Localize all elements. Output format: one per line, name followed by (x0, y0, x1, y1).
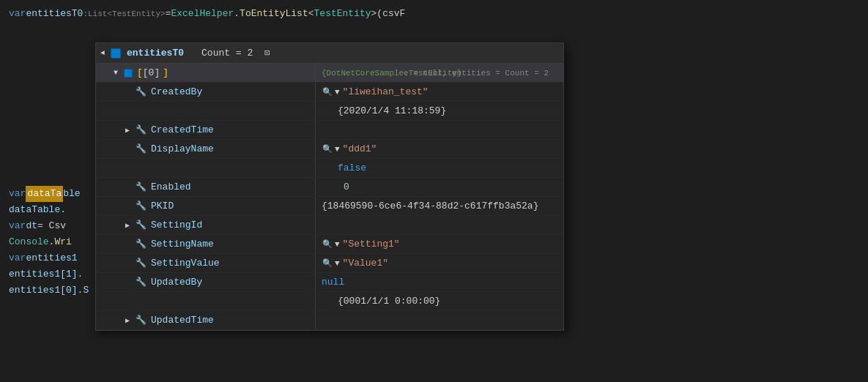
prop-group-updatedby: ▶ 🔧 UpdatedBy null {0001/1/1 0:00:00} (96, 273, 563, 311)
tree-left-createdby-sub (96, 102, 316, 120)
wrench-settingvalue: 🔧 (136, 258, 146, 269)
code-line-1: var entitiesT0 :List<TestEntity> = Excel… (9, 6, 859, 22)
tree-row-createdby-sub: {2020/1/4 11:18:59} (96, 102, 563, 121)
tree-row-createdby: ▶ 🔧 CreatedBy 🔍 ▼ "liweihan_test" (96, 83, 563, 102)
prop-name-updatedtime: UpdatedTime (151, 315, 214, 326)
tree-row-updatedtime: ▶ 🔧 UpdatedTime (96, 311, 563, 330)
dropdown-createdby[interactable]: ▼ (335, 88, 340, 97)
tree-left-updatedby: ▶ 🔧 UpdatedBy (96, 273, 316, 291)
method-toentitylist: ToEntityList (240, 6, 308, 22)
tree-right-displayname-sub: false (316, 159, 563, 177)
tree-right-updatedby: null (316, 273, 563, 291)
tree-right-updatedtime (316, 311, 563, 329)
wrench-createdtime: 🔧 (136, 124, 146, 135)
wrench-displayname: 🔧 (136, 143, 146, 154)
prop-name-enabled: Enabled (151, 181, 191, 192)
debug-popup: ◄ entitiesT0 Count = 2 ⊡ ▼ [ [0] ] {DotN… (95, 42, 564, 331)
generic-open: < (308, 6, 314, 22)
highlighted-datatable: dataTa (26, 186, 63, 202)
prop-name-settingname: SettingName (151, 239, 214, 250)
dot1: . (234, 6, 240, 22)
popup-var-name: entitiesT0 (127, 48, 184, 59)
expand-arrow-updatedtime[interactable]: ▶ (125, 316, 133, 325)
row-index-0: [0] (143, 67, 160, 78)
var-entitiest0: entitiesT0 (26, 6, 83, 22)
search-icon-createdby[interactable]: 🔍 (322, 86, 333, 98)
tree-left-createdby: ▶ 🔧 CreatedBy (96, 83, 316, 101)
dropdown-settingvalue[interactable]: ▼ (335, 259, 340, 268)
tree-row-index0: ▼ [ [0] ] {DotNetCoreSample.TestEntity} … (96, 64, 563, 83)
right-text: e = null, entities = Count = 2 (404, 69, 549, 78)
index-bracket-close: ] (163, 67, 168, 78)
keyword-var: var (9, 6, 26, 22)
tree-left-displayname: ▶ 🔧 DisplayName (96, 140, 316, 158)
tree-right-createdtime (316, 121, 563, 139)
prop-name-createdtime: CreatedTime (151, 124, 214, 135)
popup-header: ◄ entitiesT0 Count = 2 ⊡ (96, 43, 563, 64)
wrench-settingid: 🔧 (136, 220, 146, 231)
tree-right-index0: {DotNetCoreSample.TestEntity} e = null, … (316, 64, 563, 82)
tree-left-settingid: ▶ 🔧 SettingId (96, 216, 316, 234)
tree-right-pkid: {18469590-6ce6-4f34-88d2-c617ffb3a52a} (316, 197, 563, 215)
tree-right-settingvalue: 🔍 ▼ "Value1" (316, 254, 563, 272)
tree-right-createdby-sub: {2020/1/4 11:18:59} (316, 102, 563, 120)
cube-icon-index0 (124, 69, 133, 78)
class-excelhelper: ExcelHelper (171, 6, 234, 22)
tree-right-createdby: 🔍 ▼ "liweihan_test" (316, 83, 563, 101)
tree-row-updatedby-sub: {0001/1/1 0:00:00} (96, 292, 563, 311)
prop-name-settingid: SettingId (151, 220, 202, 231)
val-updatedby-null: null (322, 277, 344, 288)
tree-row-updatedby: ▶ 🔧 UpdatedBy null (96, 273, 563, 292)
tree-left-settingname: ▶ 🔧 SettingName (96, 235, 316, 253)
wrench-updatedtime: 🔧 (136, 315, 146, 326)
expand-arrow-index0[interactable]: ▼ (114, 69, 121, 77)
tree-right-settingid (316, 216, 563, 234)
tree-row-createdtime: ▶ 🔧 CreatedTime (96, 121, 563, 140)
prop-name-pkid: PKID (151, 201, 174, 211)
val-createdby: "liweihan_test" (343, 86, 429, 97)
tree-row-pkid: ▶ 🔧 PKID {18469590-6ce6-4f34-88d2-c617ff… (96, 197, 563, 216)
val-pkid-zero: 0 (322, 181, 349, 192)
call-open: >(csvF (371, 6, 406, 22)
prop-name-displayname: DisplayName (151, 143, 214, 154)
tree-right-updatedby-sub: {0001/1/1 0:00:00} (316, 292, 563, 310)
val-settingvalue: "Value1" (343, 258, 388, 269)
dropdown-settingname[interactable]: ▼ (335, 240, 340, 249)
tree-row-displayname-sub: false (96, 159, 563, 178)
search-icon-settingname[interactable]: 🔍 (322, 239, 333, 250)
tree-row-settingvalue: ▶ 🔧 SettingValue 🔍 ▼ "Value1" (96, 254, 563, 273)
expand-arrow-settingid[interactable]: ▶ (125, 221, 133, 230)
prop-group-createdby: ▶ 🔧 CreatedBy 🔍 ▼ "liweihan_test" {2020/… (96, 83, 563, 121)
tree-row-settingid: ▶ 🔧 SettingId (96, 216, 563, 235)
prop-group-enabled: ▶ 🔧 Enabled 0 (96, 178, 563, 197)
tree-right-enabled: 0 (316, 178, 563, 196)
cube-icon-header (111, 48, 121, 59)
prop-name-createdby: CreatedBy (151, 86, 202, 97)
tree-right-displayname: 🔍 ▼ "ddd1" (316, 140, 563, 158)
index-bracket: [ (137, 67, 143, 78)
collapse-arrow-header[interactable]: ◄ (100, 49, 105, 57)
wrench-enabled: 🔧 (136, 181, 146, 192)
val-displayname: "ddd1" (343, 143, 377, 154)
dropdown-displayname[interactable]: ▼ (335, 145, 340, 154)
tree-left-createdtime: ▶ 🔧 CreatedTime (96, 121, 316, 139)
search-icon-displayname[interactable]: 🔍 (322, 143, 333, 155)
val-createdby-datetime: {2020/1/4 11:18:59} (338, 105, 446, 116)
tree-right-settingname: 🔍 ▼ "Setting1" (316, 235, 563, 253)
tree-left-updatedby-sub (96, 292, 316, 310)
popup-count: Count = 2 (201, 48, 253, 59)
wrench-pkid: 🔧 (136, 201, 146, 211)
prop-name-updatedby: UpdatedBy (151, 277, 202, 288)
wrench-updatedby: 🔧 (136, 277, 146, 288)
type-annotation-list: :List<TestEntity> (83, 6, 165, 22)
tree-row-displayname: ▶ 🔧 DisplayName 🔍 ▼ "ddd1" (96, 140, 563, 159)
tree-left-settingvalue: ▶ 🔧 SettingValue (96, 254, 316, 272)
val-settingid-guid: {18469590-6ce6-4f34-88d2-c617ffb3a52a} (322, 201, 538, 211)
wrench-settingname: 🔧 (136, 239, 146, 250)
val-enabled-false: false (338, 162, 366, 173)
search-icon-settingvalue[interactable]: 🔍 (322, 258, 333, 269)
pin-icon[interactable]: ⊡ (264, 48, 270, 59)
expand-arrow-createdtime[interactable]: ▶ (125, 126, 133, 135)
tree-row-enabled: ▶ 🔧 Enabled 0 (96, 178, 563, 197)
val-settingname: "Setting1" (343, 239, 400, 250)
